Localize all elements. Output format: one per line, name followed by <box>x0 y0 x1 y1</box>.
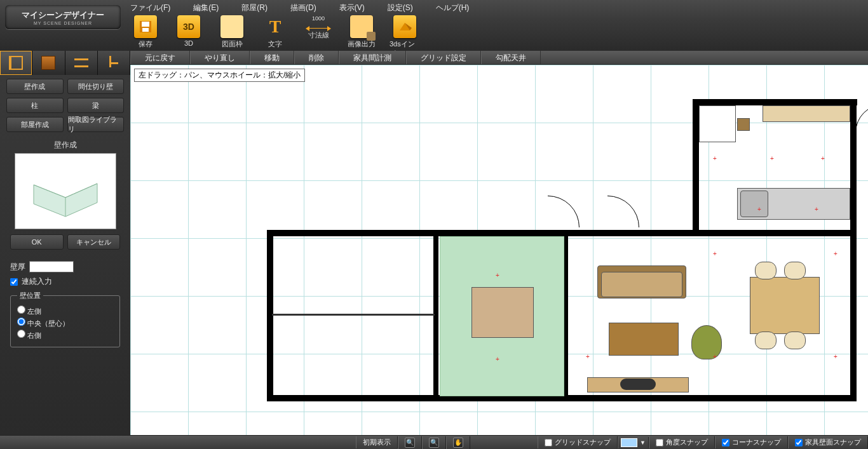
room-create-button[interactable]: 部屋作成 <box>6 117 64 132</box>
initial-view-button[interactable]: 初期表示 <box>356 436 398 448</box>
delete-button[interactable]: 削除 <box>294 51 339 64</box>
preview-box <box>15 153 116 229</box>
zoom-in-button[interactable]: 🔍 <box>398 436 422 449</box>
menu-file[interactable]: ファイル(F) <box>130 3 170 13</box>
pan-button[interactable]: ✋ <box>446 436 470 449</box>
secondary-ribbon: 元に戻す やり直し 移動 削除 家具間計測 グリッド設定 勾配天井 <box>130 51 868 65</box>
thickness-input[interactable] <box>29 261 74 272</box>
plan-library-button[interactable]: 間取図ライブラリ <box>67 117 125 132</box>
wallsnap-toggle[interactable]: 家具壁面スナップ <box>788 436 868 448</box>
cornersnap-checkbox[interactable] <box>722 439 729 446</box>
frame-icon <box>220 15 243 38</box>
wallsnap-checkbox[interactable] <box>795 439 803 446</box>
measure-button[interactable]: 家具間計測 <box>339 51 406 64</box>
floor-icon <box>74 58 88 67</box>
move-button[interactable]: 移動 <box>250 51 294 64</box>
preview-cancel-button[interactable]: キャンセル <box>67 234 121 250</box>
tool-tab-floor[interactable] <box>65 51 98 75</box>
app-logo: マイシーンデザイナー MY SCENE DESIGNER <box>5 5 121 29</box>
gridsnap-checkbox[interactable] <box>545 439 552 446</box>
continuous-label: 連続入力 <box>22 276 52 287</box>
tool-tabs <box>0 51 130 75</box>
wall-create-button[interactable]: 壁作成 <box>6 79 64 94</box>
menu-view[interactable]: 表示(V) <box>339 3 365 13</box>
save-icon <box>134 15 157 38</box>
menu-help[interactable]: ヘルプ(H) <box>436 3 470 13</box>
tool-tab-plan[interactable] <box>0 51 32 75</box>
chair-icon <box>107 56 121 70</box>
anglesnap-checkbox[interactable] <box>656 439 663 446</box>
cornersnap-toggle[interactable]: コーナスナップ <box>715 436 788 448</box>
left-panel: 壁作成 間仕切り壁 柱 梁 部屋作成 間取図ライブラリ 壁作成 OK キャンセル… <box>0 51 130 435</box>
thickness-label: 壁厚 <box>10 262 25 272</box>
svg-rect-2 <box>142 28 149 32</box>
app-title-en: MY SCENE DESIGNER <box>34 21 92 25</box>
tool-tab-door[interactable] <box>32 51 65 75</box>
plan-icon <box>9 56 23 70</box>
wall-position-legend: 壁位置 <box>17 291 43 300</box>
dimension-icon <box>307 28 330 29</box>
drawing-canvas[interactable]: 左ドラッグ：パン、マウスホイール：拡大/縮小 <box>130 65 868 435</box>
text-icon: T <box>264 15 287 38</box>
menu-room[interactable]: 部屋(R) <box>241 3 268 13</box>
pos-right-radio[interactable] <box>17 330 25 338</box>
color-swatch-button[interactable]: ▼ <box>618 437 649 448</box>
preview-title: 壁作成 <box>0 136 130 153</box>
preview-ok-button[interactable]: OK <box>10 234 64 250</box>
continuous-checkbox[interactable] <box>10 278 18 286</box>
menu-draw[interactable]: 描画(D) <box>290 3 316 13</box>
zoom-out-icon: 🔍 <box>429 438 439 448</box>
wall-position-group: 壁位置 左側 中央（壁心） 右側 <box>10 291 120 347</box>
menu-bar: ファイル(F) 編集(E) 部屋(R) 描画(D) 表示(V) 設定(S) ヘル… <box>130 3 469 13</box>
svg-rect-1 <box>142 22 149 27</box>
menu-edit[interactable]: 編集(E) <box>193 3 219 13</box>
column-button[interactable]: 柱 <box>6 98 64 113</box>
zoom-in-icon: 🔍 <box>405 438 415 448</box>
anglesnap-toggle[interactable]: 角度スナップ <box>649 436 715 448</box>
beam-button[interactable]: 梁 <box>67 98 125 113</box>
app-title-jp: マイシーンデザイナー <box>22 10 104 21</box>
zoom-out-button[interactable]: 🔍 <box>422 436 446 449</box>
gridsnap-toggle[interactable]: グリッドスナップ <box>538 436 618 448</box>
partition-wall-button[interactable]: 間仕切り壁 <box>67 79 125 94</box>
image-icon <box>350 15 373 38</box>
cube3d-icon: 3D <box>177 15 200 38</box>
pos-center-radio[interactable] <box>17 318 25 326</box>
tool-tab-furniture[interactable] <box>98 51 130 75</box>
slope-ceiling-button[interactable]: 勾配天井 <box>481 51 541 64</box>
status-bar: 初期表示 🔍 🔍 ✋ グリッドスナップ ▼ 角度スナップ コーナスナップ 家具壁… <box>0 435 868 449</box>
canvas-hint: 左ドラッグ：パン、マウスホイール：拡大/縮小 <box>134 69 305 82</box>
pos-left-radio[interactable] <box>17 305 25 314</box>
grid-settings-button[interactable]: グリッド設定 <box>406 51 481 64</box>
redo-button[interactable]: やり直し <box>190 51 250 64</box>
import3ds-icon <box>393 15 416 38</box>
undo-button[interactable]: 元に戻す <box>130 51 190 64</box>
menu-settings[interactable]: 設定(S) <box>388 3 413 13</box>
hand-icon: ✋ <box>453 438 463 448</box>
swatch-icon <box>621 438 637 447</box>
door-icon <box>41 56 55 70</box>
